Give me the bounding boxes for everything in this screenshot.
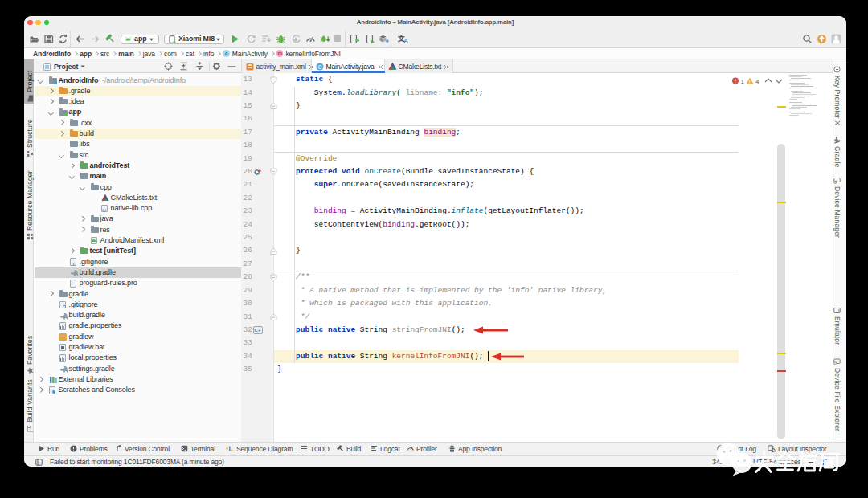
svg-text:A: A: [403, 37, 408, 44]
svg-text:C+: C+: [255, 328, 261, 333]
svg-text:1: 1: [741, 78, 745, 85]
svg-text:!: !: [749, 80, 751, 84]
svg-text:4: 4: [755, 78, 760, 85]
svg-text:*: *: [226, 446, 229, 453]
svg-text:C: C: [318, 63, 322, 69]
